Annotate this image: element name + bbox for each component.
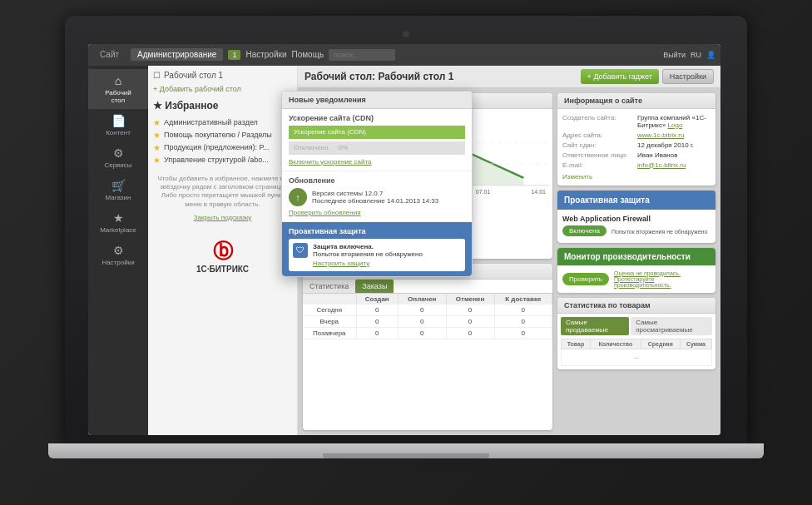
star-icon-1: ★ [153,118,161,127]
page-title: Рабочий стол: Рабочий стол 1 [304,71,453,82]
fav-item-4[interactable]: ★ Управление структурой /abo... [153,154,292,166]
popup-update-info: ↑ Версия системы 12.0.7 Последнее обновл… [289,188,465,206]
fav-item-1[interactable]: ★ Административный раздел [153,116,292,129]
settings-icon: ⚙ [113,244,124,257]
main-layout: ⌂ Рабочийстол 📄 Контент ⚙ Сервисы 🛒 [88,66,720,435]
table-row: Сегодня 0 0 0 0 [303,304,552,316]
monitor-gadget: Монитор производительности Проверить Оце… [557,248,715,293]
orders-tab[interactable]: Заказы [355,280,394,293]
sidebar-item-settings[interactable]: ⚙ Настройки [88,239,148,271]
desktop-title: ☐ Рабочий стол 1 [153,71,292,80]
topbar-help[interactable]: Помощь [291,50,324,59]
add-desktop-btn[interactable]: + Добавить рабочий стол [153,85,241,93]
orders-gadget: Заказы Статистика Заказы [303,264,552,430]
notification-badge[interactable]: 1 [228,50,240,60]
exit-btn[interactable]: Выйти [663,51,686,59]
fav-item-3[interactable]: ★ Продукция (предложения): Р... [153,141,292,154]
sidebar-settings-label: Настройки [102,259,134,266]
search-input[interactable] [329,49,395,61]
sidebar-item-services[interactable]: ⚙ Сервисы [88,141,148,174]
sidebar-item-desktop[interactable]: ⌂ Рабочийстол [88,69,148,109]
user-icon[interactable]: 👤 [706,51,715,59]
site-info-responsible: Ответственное лицо: Иван Иванов [562,151,710,159]
marketplace-icon: ★ [113,211,124,225]
sidebar-item-marketplace[interactable]: ★ Marketplace [88,206,148,239]
orders-tabs: Статистика Заказы [303,280,552,294]
table-row: — [562,349,712,365]
table-row: Позавчера 0 0 0 0 [303,328,552,339]
lang-selector[interactable]: RU [691,51,701,59]
popup-defense-title: Проактивная защита [289,227,465,235]
sidebar: ⌂ Рабочийстол 📄 Контент ⚙ Сервисы 🛒 [88,66,148,435]
page-actions: + Добавить гаджет Настройки [581,69,714,84]
popup-accel-on-bar: Ускорение сайта (CDN) [289,126,465,139]
site-info-creator: Создатель сайта: Группа компаний «1С-Бит… [562,114,710,129]
site-info-email: E-mail: info@1c-bitrix.ru [562,161,710,169]
fav-item-2[interactable]: ★ Помощь покупателю / Разделы [153,129,292,141]
close-panel-btn[interactable]: Закрыть подсказку [153,214,292,221]
monitor-content: Проверить Оценка не проводилась. Протест… [557,265,715,293]
defense-enabled-badge: Включена [562,225,607,236]
site-info-created: Сайт сдан: 12 декабря 2010 г. [562,141,710,149]
logo-link[interactable]: Logo [668,121,683,129]
laptop-screen-bezel: Сайт Администрирование 1 Настройки Помощ… [65,16,747,443]
no-intrusion-text: Попыток вторжения не обнаружено [611,229,707,235]
favorites-title: ★ Избранное [153,100,292,111]
most-viewed-tab[interactable]: Самые просматриваемые [631,317,712,335]
top-bar: Сайт Администрирование 1 Настройки Помощ… [88,44,720,66]
page-settings-btn[interactable]: Настройки [662,69,714,84]
page-header: Рабочий стол: Рабочий стол 1 + Добавить … [298,66,720,88]
popup-accel-off-bar: Отключено. 0% [289,141,465,155]
laptop-wrapper: Сайт Администрирование 1 Настройки Помощ… [65,16,747,490]
waf-title: Web Application Firewall [562,215,710,223]
star-icon-2: ★ [153,131,161,140]
shield-icon: 🛡 [293,243,308,258]
setup-defense-link[interactable]: Настроить защиту [313,260,423,267]
sidebar-services-label: Сервисы [104,161,131,169]
laptop-camera [403,31,409,37]
monitor-check-btn[interactable]: Проверить [562,273,609,285]
add-gadget-btn[interactable]: + Добавить гаджет [581,69,659,84]
left-panel: ☐ Рабочий стол 1 + Добавить рабочий стол… [148,66,298,435]
check-updates-link[interactable]: Проверить обновления [289,209,465,216]
sidebar-item-content[interactable]: 📄 Контент [88,109,148,141]
content-icon: 📄 [111,114,126,127]
admin-tab[interactable]: Администрирование [131,48,223,61]
popup-update-section: Обновление ↑ Версия системы 12.0.7 После… [282,171,472,222]
notification-popup: Новые уведомления Ускорение сайта (CDN) … [281,91,473,277]
popup-update-title: Обновление [289,176,465,185]
orders-table: Создан Оплачен Отменен К доставке [303,294,552,339]
monitor-hint[interactable]: Оценка не проводилась. Протестируйте про… [614,270,710,288]
defense-status: Включена Попыток вторжения не обнаружено [562,225,710,238]
stats-tab[interactable]: Статистика [303,280,355,293]
popup-defense-text: Защита включена. Попыток вторжения не об… [313,243,423,267]
laptop-screen: Сайт Администрирование 1 Настройки Помощ… [88,44,720,435]
site-info-header: Информация о сайте [557,93,715,109]
best-selling-tab[interactable]: Самые продаваемые [561,317,629,335]
popup-defense-section: Проактивная защита 🛡 Защита включена. По… [282,222,472,276]
laptop-base [48,443,764,458]
sidebar-marketplace-label: Marketplace [100,226,136,234]
defense-content: Web Application Firewall Включена Попыто… [557,210,715,243]
services-icon: ⚙ [113,146,124,160]
table-row: Вчера 0 0 0 0 [303,316,552,328]
col-right: Информация о сайте Создатель сайта: Груп… [557,93,715,430]
enable-accel-link[interactable]: Включить ускорение сайта [289,158,371,166]
edit-site-link[interactable]: Изменить [562,173,592,181]
desktop-checkbox-icon: ☐ [153,71,161,80]
sidebar-shop-label: Магазин [106,194,131,201]
topbar-settings[interactable]: Настройки [245,50,286,59]
content-area: ☐ Рабочий стол 1 + Добавить рабочий стол… [148,66,720,435]
update-circle-icon: ↑ [289,188,307,206]
sidebar-item-shop[interactable]: 🛒 Магазин [88,174,148,206]
popup-update-text: Версия системы 12.0.7 Последнее обновлен… [312,190,438,205]
goods-table: Товар Количество Средняя Сумма [561,339,712,366]
defense-header: Проактивная защита [557,191,715,210]
popup-accel-section: Ускорение сайта (CDN) Ускорение сайта (C… [282,109,472,171]
topbar-right: Выйти RU 👤 [663,51,715,59]
popup-header: Новые уведомления [282,92,472,109]
sidebar-content-label: Контент [106,129,131,136]
site-tab[interactable]: Сайт [93,48,126,61]
monitor-header: Монитор производительности [557,248,715,265]
site-info-gadget: Информация о сайте Создатель сайта: Груп… [557,93,715,186]
